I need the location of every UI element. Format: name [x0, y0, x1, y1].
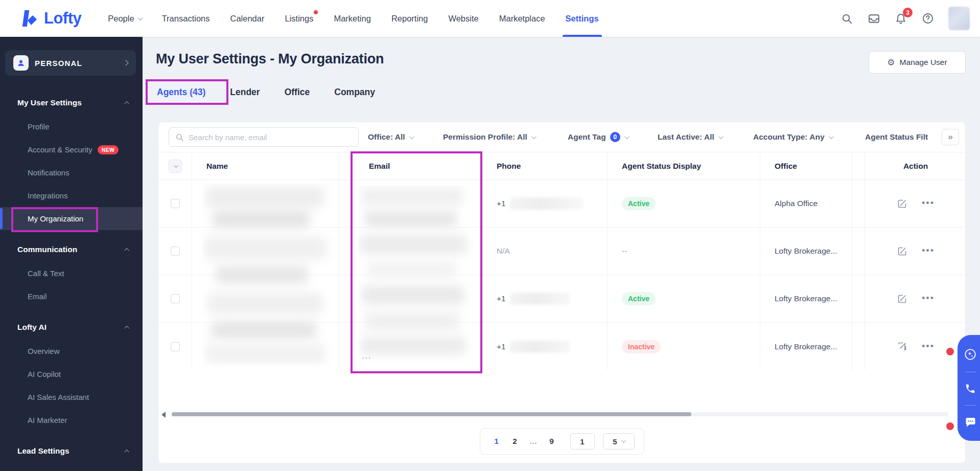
nav-settings[interactable]: Settings: [566, 0, 599, 37]
email-ellipsis: ...: [362, 351, 371, 361]
sidebar-item-overview[interactable]: Overview: [0, 340, 143, 363]
more-actions-icon[interactable]: •••: [922, 249, 935, 253]
filter-agent-status[interactable]: Agent Status Filt: [865, 122, 930, 152]
manage-user-label: Manage User: [900, 58, 947, 67]
tab-agents[interactable]: Agents (43): [156, 82, 206, 103]
cell-email-redacted: [339, 275, 482, 322]
filter-permission-profile[interactable]: Permission Profile: All: [443, 122, 535, 152]
edit-icon[interactable]: [897, 341, 907, 352]
column-spacer: [852, 180, 865, 227]
filter-bar: Office: All Permission Profile: All Agen…: [158, 122, 965, 152]
more-actions-icon[interactable]: •••: [922, 201, 935, 205]
page-button-9[interactable]: 9: [545, 434, 559, 449]
filter-office[interactable]: Office: All: [368, 122, 413, 152]
phone-redacted: [510, 197, 582, 210]
page-button-2[interactable]: 2: [508, 434, 522, 449]
sidebar-section-lead-settings[interactable]: Lead Settings: [0, 439, 143, 463]
nav-people[interactable]: People: [108, 0, 141, 37]
cell-name-redacted: [192, 323, 339, 370]
cell-office: Alpha Office: [760, 180, 852, 227]
sidebar-item-notifications[interactable]: Notifications: [0, 161, 143, 184]
sidebar-item-my-organization[interactable]: My Organization: [0, 207, 143, 230]
user-avatar[interactable]: [948, 7, 970, 30]
sidebar-section-my-user-settings[interactable]: My User Settings: [0, 91, 143, 115]
nav-settings-label: Settings: [566, 14, 599, 24]
ai-assistant-icon[interactable]: [964, 348, 977, 361]
page-size-select[interactable]: 5: [603, 433, 635, 450]
agent-search[interactable]: [169, 127, 359, 147]
tab-lender[interactable]: Lender: [229, 82, 261, 103]
filter-label: Last Active: All: [658, 132, 714, 142]
edit-icon[interactable]: [897, 294, 907, 304]
nav-people-label: People: [108, 14, 134, 24]
org-switcher-button[interactable]: PERSONAL: [5, 50, 136, 76]
nav-reporting[interactable]: Reporting: [391, 0, 428, 37]
sidebar-item-profile[interactable]: Profile: [0, 115, 143, 138]
cell-status: Active: [608, 275, 760, 322]
phone-call-icon[interactable]: [965, 383, 976, 394]
sidebar-section-communication[interactable]: Communication: [0, 237, 143, 262]
cell-name-redacted: [192, 275, 339, 322]
notifications-bell-icon[interactable]: 3: [894, 12, 907, 25]
sidebar-item-ai-sales-assistant[interactable]: AI Sales Assistant: [0, 386, 143, 409]
filter-agent-tag[interactable]: Agent Tag 0: [568, 122, 628, 152]
chat-icon[interactable]: [964, 416, 976, 429]
cell-office: Lofty Brokerage...: [760, 275, 852, 322]
sidebar-item-account-security[interactable]: Account & Security NEW: [0, 138, 143, 161]
sidebar-item-call-text[interactable]: Call & Text: [0, 262, 143, 285]
more-actions-icon[interactable]: •••: [922, 345, 935, 348]
horizontal-scrollbar-track[interactable]: [172, 412, 948, 416]
phone-redacted: [510, 293, 570, 305]
select-all-dropdown[interactable]: [169, 160, 182, 173]
tab-company[interactable]: Company: [333, 82, 376, 103]
nav-website[interactable]: Website: [448, 0, 478, 37]
search-icon[interactable]: [840, 12, 853, 25]
filter-last-active[interactable]: Last Active: All: [658, 122, 722, 152]
help-icon[interactable]: [921, 12, 935, 25]
filter-label: Account Type: Any: [753, 132, 825, 142]
phone-prefix: +1: [497, 199, 506, 208]
table-header-row: Name Email Phone Agent Status Display Of…: [158, 152, 966, 180]
scroll-left-arrow-icon[interactable]: [161, 412, 166, 418]
nav-calendar[interactable]: Calendar: [230, 0, 265, 37]
inbox-icon[interactable]: [867, 12, 880, 25]
edit-icon[interactable]: [897, 246, 907, 257]
search-input[interactable]: [189, 133, 352, 142]
row-checkbox[interactable]: [171, 199, 180, 208]
cell-phone: +1: [482, 180, 608, 227]
filter-label: Office: All: [368, 132, 405, 142]
nav-marketplace[interactable]: Marketplace: [499, 0, 545, 37]
logo-text: Lofty: [44, 9, 81, 28]
row-checkbox[interactable]: [171, 246, 180, 256]
sidebar-item-ai-copilot[interactable]: AI Copilot: [0, 363, 143, 386]
row-checkbox[interactable]: [171, 342, 180, 351]
sidebar-item-label: Email: [28, 292, 47, 301]
sidebar-item-ai-marketer[interactable]: AI Marketer: [0, 409, 143, 432]
floating-action-widget: [958, 335, 980, 441]
widget-notification-dot: [946, 348, 954, 355]
nav-listings[interactable]: Listings: [285, 0, 313, 37]
sidebar-item-email[interactable]: Email: [0, 285, 143, 308]
more-actions-icon[interactable]: •••: [922, 297, 935, 300]
notification-dot: [314, 10, 318, 14]
edit-icon[interactable]: [897, 198, 907, 209]
horizontal-scrollbar-thumb[interactable]: [172, 412, 691, 416]
table-row: N/A -- Lofty Brokerage... •••: [158, 228, 966, 275]
nav-transactions[interactable]: Transactions: [162, 0, 210, 37]
notification-count-badge: 3: [903, 8, 913, 17]
manage-user-button[interactable]: ⚙ Manage User: [869, 51, 966, 74]
top-nav: Lofty People Transactions Calendar Listi…: [0, 0, 980, 37]
cell-action: •••: [865, 323, 966, 370]
filter-account-type[interactable]: Account Type: Any: [753, 122, 832, 152]
row-checkbox[interactable]: [171, 294, 180, 303]
lofty-logo[interactable]: Lofty: [21, 9, 81, 28]
tab-office[interactable]: Office: [284, 82, 311, 103]
column-spacer: [852, 275, 865, 322]
sidebar-section-lofty-ai[interactable]: Lofty AI: [0, 315, 143, 340]
chevron-up-icon: [124, 449, 129, 454]
page-jump-input[interactable]: [570, 433, 595, 450]
nav-marketing[interactable]: Marketing: [334, 0, 370, 37]
page-button-1[interactable]: 1: [489, 434, 504, 449]
expand-filters-button[interactable]: »: [942, 129, 959, 145]
sidebar-item-integrations[interactable]: Integrations: [0, 184, 143, 207]
